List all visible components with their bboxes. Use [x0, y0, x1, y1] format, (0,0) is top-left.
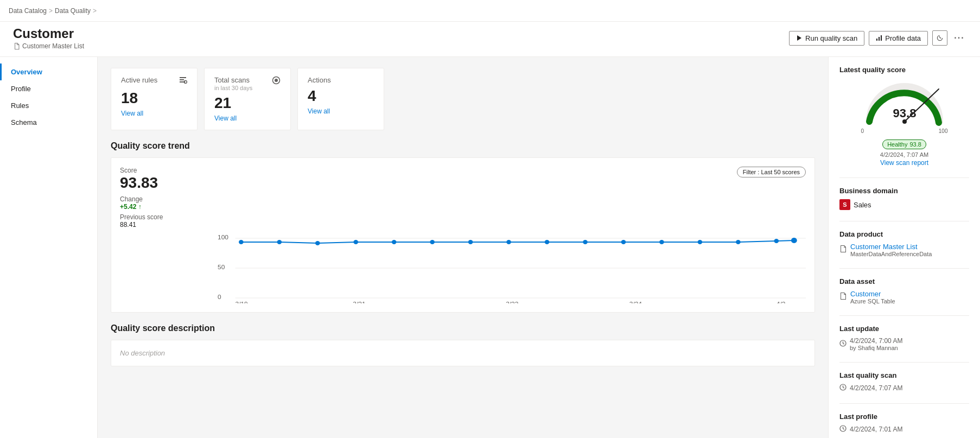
total-scans-label: Total scans: [214, 76, 252, 84]
divider-4: [839, 315, 969, 316]
header-actions: Run quality scan Profile data ···: [789, 30, 967, 46]
data-product-sub: MasterDataAndReferenceData: [850, 251, 932, 257]
gauge-min-label: 0: [861, 128, 864, 134]
more-icon: ···: [954, 33, 964, 43]
svg-point-38: [902, 119, 907, 124]
svg-marker-0: [797, 35, 801, 41]
page-subtitle: Customer Master List: [13, 42, 84, 50]
filter-button[interactable]: Filter : Last 50 scores: [737, 167, 806, 177]
actions-link[interactable]: View all: [308, 107, 330, 115]
rp-last-update-title: Last update: [839, 325, 969, 333]
healthy-label: Healthy: [887, 141, 907, 148]
total-scans-card: Total scans in last 30 days 21 View all: [204, 68, 291, 130]
quality-score-trend-title: Quality score trend: [111, 141, 815, 151]
divider-2: [839, 221, 969, 221]
svg-text:3/19: 3/19: [236, 301, 248, 303]
profile-data-label: Profile data: [885, 34, 921, 42]
active-rules-link[interactable]: View all: [121, 110, 143, 117]
more-options-button[interactable]: ···: [952, 30, 967, 46]
last-update-info: 4/2/2024, 7:00 AM by Shafiq Mannan: [850, 337, 902, 351]
svg-rect-2: [879, 37, 880, 41]
play-icon: [796, 35, 803, 41]
breadcrumb-data-catalog[interactable]: Data Catalog: [9, 7, 47, 15]
svg-point-27: [698, 240, 703, 244]
last-quality-scan-icon: [839, 384, 847, 392]
svg-point-26: [659, 240, 664, 244]
rp-last-profile-row: 4/2/2024, 7:01 AM: [839, 425, 969, 434]
data-asset-name[interactable]: Customer: [850, 290, 881, 298]
rp-quality-score-title: Latest quality score: [839, 66, 969, 74]
document-icon: [13, 43, 20, 50]
rp-last-update: Last update 4/2/2024, 7:00 AM by Shafiq …: [839, 325, 969, 351]
svg-point-19: [392, 240, 397, 244]
svg-point-18: [353, 240, 358, 244]
right-panel: Latest quality score 93.8 0 100: [828, 57, 980, 438]
last-update-date: 4/2/2024, 7:00 AM: [850, 337, 902, 345]
svg-text:50: 50: [218, 264, 225, 270]
prev-score-label: Previous score: [120, 213, 163, 221]
svg-point-24: [583, 240, 588, 244]
score-display: Score 93.83 Change +5.42 ↑ Previous scor…: [120, 167, 163, 228]
sidebar-item-overview[interactable]: Overview: [0, 64, 97, 80]
svg-text:4/2: 4/2: [777, 301, 786, 303]
history-button[interactable]: [932, 30, 947, 46]
sidebar-item-schema[interactable]: Schema: [0, 114, 97, 131]
svg-point-21: [468, 240, 473, 244]
active-rules-card: Active rules 18 View all: [111, 68, 198, 130]
healthy-badge: Healthy 93.8: [882, 139, 926, 149]
business-domain-badge: S: [839, 199, 850, 210]
total-scans-sublabel: in last 30 days: [214, 85, 252, 91]
rp-last-quality-scan: Last quality scan 4/2/2024, 7:07 AM: [839, 371, 969, 392]
data-product-info: Customer Master List MasterDataAndRefere…: [850, 243, 932, 257]
svg-point-23: [545, 240, 550, 244]
sidebar-overview-label: Overview: [11, 68, 42, 76]
active-rules-value: 18: [121, 90, 187, 107]
svg-rect-4: [180, 77, 186, 78]
svg-point-30: [791, 238, 797, 243]
rp-latest-quality-score: Latest quality score 93.8 0 100: [839, 66, 969, 167]
divider-6: [839, 403, 969, 404]
data-asset-info: Customer Azure SQL Table: [850, 290, 895, 304]
rules-icon: [179, 76, 187, 86]
sidebar: Overview Profile Rules Schema: [0, 57, 98, 438]
view-scan-report-link[interactable]: View scan report: [880, 159, 928, 167]
scan-icon: [272, 76, 281, 86]
rp-data-asset: Data asset Customer Azure SQL Table: [839, 277, 969, 304]
run-quality-scan-button[interactable]: Run quality scan: [789, 31, 864, 46]
rp-business-domain-row: S Sales: [839, 199, 969, 210]
breadcrumb-sep-1: >: [49, 7, 53, 15]
actions-card: Actions 4 View all: [297, 68, 384, 130]
active-rules-label: Active rules: [121, 76, 157, 84]
profile-data-button[interactable]: Profile data: [869, 31, 928, 46]
actions-label: Actions: [308, 76, 331, 84]
quality-score-desc-card: No description: [111, 340, 815, 366]
rp-last-profile: Last profile 4/2/2024, 7:01 AM: [839, 412, 969, 434]
svg-rect-5: [180, 79, 184, 80]
breadcrumb-data-quality[interactable]: Data Quality: [55, 7, 91, 15]
total-scans-link[interactable]: View all: [214, 115, 237, 122]
rp-business-domain: Business domain S Sales: [839, 187, 969, 210]
rp-data-product: Data product Customer Master List Master…: [839, 230, 969, 257]
data-product-icon: [839, 245, 847, 255]
healthy-score: 93.8: [909, 141, 921, 148]
rp-data-asset-row: Customer Azure SQL Table: [839, 290, 969, 304]
rp-last-quality-scan-title: Last quality scan: [839, 371, 969, 379]
data-asset-sub: Azure SQL Table: [850, 298, 895, 304]
score-label: Score: [120, 167, 163, 174]
breadcrumb: Data Catalog > Data Quality >: [9, 7, 97, 15]
rp-last-profile-title: Last profile: [839, 412, 969, 421]
data-product-name[interactable]: Customer Master List: [850, 243, 918, 251]
top-bar: Data Catalog > Data Quality >: [0, 0, 980, 22]
data-asset-icon: [839, 293, 847, 302]
svg-rect-1: [876, 39, 877, 41]
svg-point-22: [506, 240, 511, 244]
sidebar-item-rules[interactable]: Rules: [0, 97, 97, 114]
last-profile-date: 4/2/2024, 7:01 AM: [850, 426, 902, 433]
sidebar-item-profile[interactable]: Profile: [0, 80, 97, 97]
last-update-by: by Shafiq Mannan: [850, 345, 902, 351]
main-layout: Overview Profile Rules Schema Active rul…: [0, 57, 980, 438]
score-big-value: 93.83: [120, 174, 163, 192]
last-quality-scan-date: 4/2/2024, 7:07 AM: [850, 384, 902, 392]
quality-score-trend-card: Score 93.83 Change +5.42 ↑ Previous scor…: [111, 157, 815, 313]
main-content: Active rules 18 View all Total scans in …: [98, 57, 828, 438]
